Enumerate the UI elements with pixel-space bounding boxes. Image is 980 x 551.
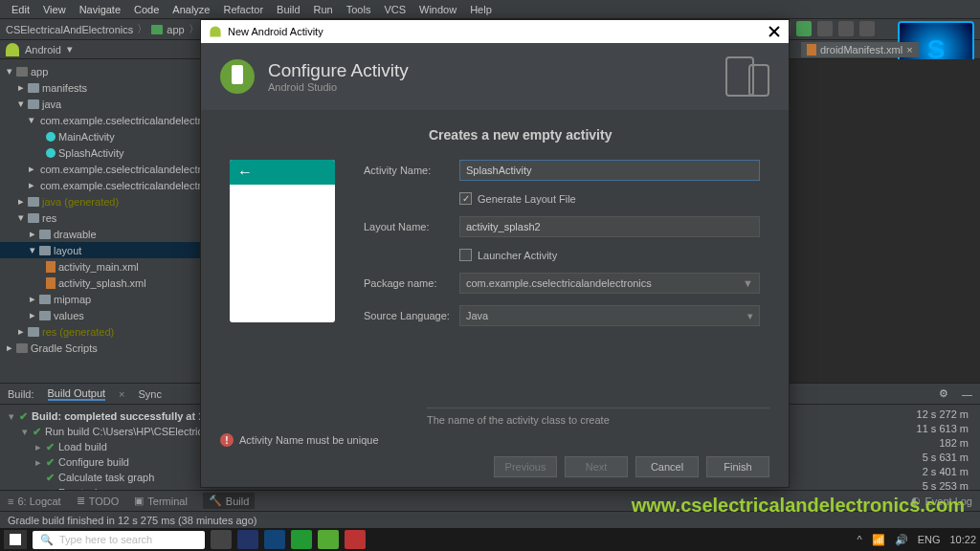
label-generate-layout: Generate Layout File (478, 193, 576, 205)
build-load-build[interactable]: Load build (58, 441, 107, 452)
tree-mipmap[interactable]: mipmap (54, 294, 91, 305)
taskbar-search[interactable]: 🔍 Type here to search (33, 531, 205, 549)
taskbar-app-chrome[interactable] (291, 530, 312, 549)
tree-package-3[interactable]: com.example.cselectricalandelectr (40, 180, 200, 191)
folder-icon (39, 230, 51, 239)
status-text: Gradle build finished in 12 s 275 ms (38… (8, 515, 256, 526)
menu-view[interactable]: View (37, 2, 72, 17)
dialog-header: Configure Activity Android Studio (201, 43, 789, 110)
menu-code[interactable]: Code (128, 2, 165, 17)
android-studio-icon (220, 59, 255, 94)
menu-build[interactable]: Build (271, 2, 305, 17)
toolbar-stop-icon[interactable] (859, 21, 875, 36)
build-configure[interactable]: Configure build (58, 456, 129, 468)
input-layout-name[interactable] (459, 216, 760, 237)
folder-icon (28, 327, 39, 337)
tab-logcat[interactable]: ≡ 6: Logcat (8, 496, 61, 507)
toolbar-run-icon[interactable] (796, 21, 812, 36)
close-icon[interactable] (768, 25, 781, 38)
tree-values[interactable]: values (54, 310, 84, 321)
tree-package-1[interactable]: com.example.cselectricalandelectr (40, 115, 200, 126)
tree-java[interactable]: java (42, 99, 61, 110)
tree-mainactivity[interactable]: MainActivity (58, 131, 115, 143)
tree-activity-main-xml[interactable]: activity_main.xml (58, 261, 139, 273)
tree-splashactivity[interactable]: SplashActivity (58, 147, 123, 159)
chevron-down-icon: ▼ (743, 277, 753, 289)
tray-volume-icon[interactable]: 🔊 (895, 534, 908, 546)
tab-sync[interactable]: Sync (139, 388, 162, 400)
project-tree[interactable]: ▾app ▸manifests ▾java ▾com.example.csele… (0, 59, 200, 383)
gradle-icon (16, 343, 28, 353)
new-activity-dialog: New Android Activity Configure Activity … (200, 19, 790, 488)
chevron-down-icon: ▾ (67, 43, 73, 55)
build-calc[interactable]: Calculate task graph (58, 472, 154, 483)
breadcrumb-project[interactable]: CSElectricalAndElectronics (6, 24, 133, 35)
build-timings: 12 s 272 m11 s 613 m182 m 5 s 631 m2 s 4… (917, 408, 969, 495)
toolbar-profile-icon[interactable] (838, 21, 854, 36)
tree-java-generated[interactable]: java (generated) (42, 196, 119, 208)
tree-res-generated[interactable]: res (generated) (42, 326, 114, 338)
menu-navigate[interactable]: Navigate (74, 2, 126, 17)
folder-icon (28, 213, 39, 223)
tree-gradle-scripts[interactable]: Gradle Scripts (31, 342, 98, 354)
tray-language[interactable]: ENG (918, 534, 941, 545)
toolbar-debug-icon[interactable] (817, 21, 833, 36)
menu-refactor[interactable]: Refactor (217, 2, 269, 17)
build-success[interactable]: Build: completed successfully at 17-0 (32, 410, 219, 422)
finish-button[interactable]: Finish (706, 456, 769, 477)
tab-build-output[interactable]: Build Output (48, 387, 106, 401)
select-package-name[interactable]: com.example.cselectricalandelectronics▼ (459, 273, 760, 294)
tree-package-2[interactable]: com.example.cselectricalandelectr (40, 164, 200, 175)
label-package-name: Package name: (364, 277, 459, 289)
build-run-build[interactable]: Run build C:\Users\HP\CSElectric (45, 426, 203, 437)
xml-file-icon (46, 277, 56, 289)
taskbar-app-android-studio[interactable] (318, 530, 339, 549)
tree-manifests[interactable]: manifests (42, 82, 87, 94)
input-activity-name[interactable] (459, 160, 760, 181)
taskbar-app-explorer[interactable] (237, 530, 258, 549)
menu-help[interactable]: Help (464, 2, 498, 17)
check-icon: ✔ (46, 472, 55, 484)
tree-activity-splash-xml[interactable]: activity_splash.xml (58, 277, 146, 289)
tab-terminal[interactable]: ▣ Terminal (134, 495, 188, 507)
tree-layout[interactable]: layout (54, 245, 81, 256)
xml-file-icon (46, 261, 56, 273)
folder-icon (28, 83, 39, 93)
minimize-icon[interactable]: — (962, 388, 972, 400)
tray-chevron-up-icon[interactable]: ^ (857, 534, 861, 545)
dialog-titlebar[interactable]: New Android Activity (201, 20, 789, 43)
checkbox-generate-layout[interactable] (459, 192, 472, 205)
tree-drawable[interactable]: drawable (54, 229, 97, 240)
menu-edit[interactable]: Edit (6, 2, 35, 17)
class-icon (46, 148, 56, 158)
taskbar-app-generic[interactable] (345, 530, 366, 549)
tray-wifi-icon[interactable]: 📶 (872, 534, 885, 546)
editor-tab-manifest[interactable]: droidManifest.xml× (801, 42, 919, 57)
menu-vcs[interactable]: VCS (378, 2, 412, 17)
menu-analyze[interactable]: Analyze (167, 2, 215, 17)
next-button[interactable]: Next (565, 456, 628, 477)
checkbox-launcher[interactable] (459, 249, 472, 261)
select-source-language[interactable]: Java▾ (459, 305, 760, 326)
cancel-button[interactable]: Cancel (635, 456, 699, 477)
back-arrow-icon: ← (230, 160, 335, 185)
tree-res[interactable]: res (42, 212, 56, 224)
start-button[interactable] (4, 530, 27, 549)
check-icon: ✔ (46, 456, 55, 469)
tray-clock[interactable]: 10:22 (949, 534, 976, 545)
watermark-text: www.cselectricalandelectronics.com (632, 495, 965, 517)
tab-todo[interactable]: ≣ TODO (77, 495, 120, 507)
taskbar-app-edge[interactable] (264, 530, 285, 549)
menu-window[interactable]: Window (413, 2, 462, 17)
tree-app[interactable]: app (31, 66, 48, 77)
close-tab-icon[interactable]: × (906, 44, 912, 55)
taskbar-app-cortana[interactable] (211, 530, 232, 549)
tab-build[interactable]: 🔨 Build (203, 493, 255, 509)
chevron-down-icon: ▾ (747, 310, 753, 322)
previous-button[interactable]: Previous (494, 456, 557, 477)
check-icon: ✔ (33, 426, 41, 438)
menu-run[interactable]: Run (308, 2, 339, 17)
breadcrumb-app[interactable]: app (167, 24, 184, 35)
gear-icon[interactable]: ⚙ (939, 387, 948, 400)
menu-tools[interactable]: Tools (341, 2, 377, 17)
